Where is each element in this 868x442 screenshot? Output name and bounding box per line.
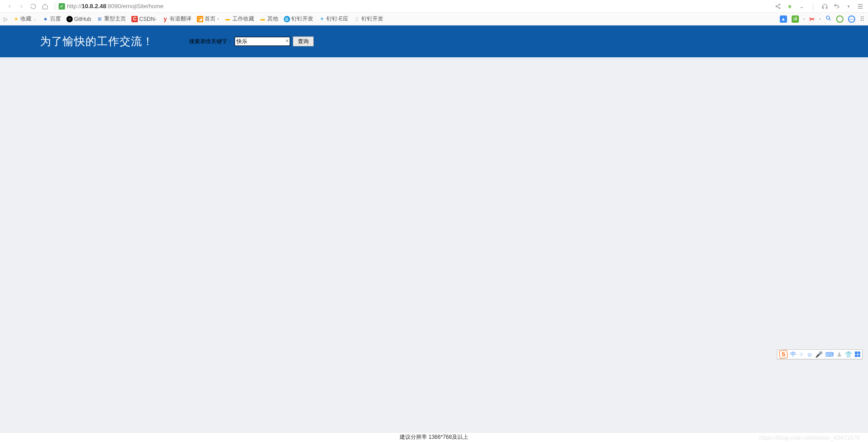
bookmark-dingtalk-dev-2[interactable]: ▯ 钉钉开发	[354, 15, 383, 23]
svg-rect-5	[823, 7, 823, 9]
back-button[interactable]	[5, 1, 15, 11]
bookmark-label: GitHub	[74, 16, 91, 22]
star-icon: ★	[13, 16, 19, 22]
file-icon: ▯	[354, 16, 360, 22]
footer-text: 建议分辨率 1366*768及以上	[400, 433, 468, 441]
browser-right-controls: e ⌄ ▾	[774, 2, 864, 10]
ime-punct-icon[interactable]: ⁘	[799, 351, 804, 358]
bookmark-youdao[interactable]: y 有道翻译	[162, 15, 191, 23]
separator	[813, 3, 813, 10]
tool-triangle-icon[interactable]: ▲	[780, 15, 787, 23]
paw-icon: ♣	[42, 16, 49, 22]
search-button[interactable]: 查询	[293, 36, 314, 46]
menu-icon[interactable]	[856, 2, 864, 10]
bookmark-csdn[interactable]: C CSDN-	[131, 16, 156, 22]
bookmark-label: 钉钉开发	[291, 15, 313, 23]
youdao-icon: y	[162, 16, 168, 22]
bookmark-label: 重型主页	[104, 15, 126, 23]
url-host: 10.8.2.48	[82, 3, 106, 10]
bookmark-dingtalk-dev-1[interactable]: ◍ 钉钉开发	[284, 15, 313, 23]
svg-point-1	[776, 5, 777, 6]
page-title: 为了愉快的工作交流！	[40, 34, 154, 49]
ime-emoji-icon[interactable]: ☺	[807, 351, 813, 358]
ime-mic-icon[interactable]: 🎤	[815, 351, 823, 358]
bookmark-expand-icon[interactable]: ▷	[4, 16, 10, 22]
shield-icon: ✔	[59, 3, 65, 10]
url-display[interactable]: http://10.8.2.48:8090/emojiSite/home	[67, 3, 164, 10]
search-area: 搜索表情关键字： × 查询	[189, 36, 314, 46]
bookmark-favorites[interactable]: ★ 收藏 ⌄	[13, 15, 37, 23]
csdn-icon: C	[131, 16, 138, 22]
bookmark-label: 首页 -	[205, 15, 219, 23]
separator-dot: •	[803, 17, 805, 21]
tool-minimize-icon[interactable]: —	[848, 15, 855, 23]
page-header: 为了愉快的工作交流！ 搜索表情关键字： × 查询	[0, 25, 868, 59]
bookmark-label: 工作收藏	[232, 15, 254, 23]
bookmark-dingtalk-e[interactable]: ✈ 钉钉-E应	[319, 15, 348, 23]
plane-icon: ✈	[319, 16, 325, 22]
ie-icon[interactable]: e	[786, 2, 794, 10]
bookmark-label: 有道翻译	[170, 15, 191, 23]
ime-toolbar[interactable]: S 中 ⁘ ☺ 🎤 ⌨ ♟ 👕	[777, 349, 863, 359]
reload-button[interactable]	[28, 1, 38, 11]
undo-dropdown-icon[interactable]: ▾	[844, 2, 853, 10]
ime-settings-icon[interactable]	[855, 352, 860, 357]
home-button[interactable]	[40, 1, 50, 11]
share-icon[interactable]	[774, 2, 782, 10]
browser-nav-bar: ✔ http://10.8.2.48:8090/emojiSite/home e…	[0, 0, 868, 13]
search-label: 搜索表情关键字：	[189, 38, 233, 45]
url-prefix: http://	[67, 3, 82, 10]
ime-skin-icon[interactable]: 👕	[845, 351, 852, 358]
tool-apps-icon[interactable]: ⠿	[860, 15, 864, 23]
folder-icon: ▬	[225, 16, 231, 22]
tool-green-circle-icon[interactable]	[836, 15, 843, 23]
tool-scissors-icon[interactable]: ✂	[809, 15, 815, 23]
svg-line-3	[777, 5, 779, 6]
bookmark-right-tools: ▲ 译 • ✂ • — ⠿	[780, 15, 864, 23]
chevron-down-icon: ⌄	[33, 17, 37, 21]
ime-lang-label[interactable]: 中	[790, 350, 796, 358]
folder-icon: ▬	[260, 16, 266, 22]
tool-search-icon[interactable]	[825, 15, 832, 23]
svg-point-0	[779, 4, 780, 5]
bookmark-bar: ▷ ★ 收藏 ⌄ ♣ 百度 ○ GitHub ⊞ 重型主页 C CSDN- y …	[0, 13, 868, 25]
svg-line-4	[777, 6, 779, 8]
github-icon: ○	[66, 16, 73, 22]
separator-dot: •	[819, 17, 821, 21]
bookmark-label: 钉钉开发	[361, 15, 383, 23]
bookmark-label: 钉钉-E应	[326, 15, 348, 23]
grid-icon: ⊞	[96, 16, 103, 22]
watermark-text: https://blog.csdn.net/weixin_43471578	[759, 434, 860, 441]
globe-icon: ◍	[284, 16, 290, 22]
bookmark-label: 其他	[267, 15, 278, 23]
tool-translate-icon[interactable]: 译	[792, 15, 799, 23]
url-path: :8090/emojiSite/home	[106, 3, 164, 10]
ime-user-icon[interactable]: ♟	[837, 351, 842, 358]
undo-icon[interactable]	[833, 2, 841, 10]
search-input[interactable]	[235, 37, 290, 46]
bookmark-home-page[interactable]: ◪ 首页 -	[197, 15, 219, 23]
svg-rect-6	[826, 7, 827, 9]
separator	[55, 3, 55, 10]
ime-keyboard-icon[interactable]: ⌨	[825, 351, 834, 358]
sogou-logo-icon[interactable]: S	[779, 350, 788, 359]
home-square-icon: ◪	[197, 16, 203, 22]
footer-bar: 建议分辨率 1366*768及以上	[0, 432, 868, 442]
bookmark-label: CSDN-	[139, 16, 156, 22]
bookmark-github[interactable]: ○ GitHub	[66, 16, 91, 22]
bookmark-baidu[interactable]: ♣ 百度	[42, 15, 61, 23]
bookmark-work-fav[interactable]: ▬ 工作收藏	[225, 15, 254, 23]
bookmark-label: 百度	[50, 15, 61, 23]
bookmark-heavy-home[interactable]: ⊞ 重型主页	[96, 15, 126, 23]
svg-point-2	[779, 7, 780, 8]
svg-line-11	[829, 19, 830, 20]
chevron-down-icon[interactable]: ⌄	[798, 2, 806, 10]
forward-button[interactable]	[16, 1, 26, 11]
bookmark-label: 收藏	[20, 15, 31, 23]
content-area	[0, 59, 868, 433]
headphones-icon[interactable]	[821, 2, 829, 10]
svg-point-10	[826, 16, 829, 19]
clear-input-icon[interactable]: ×	[286, 38, 289, 44]
bookmark-other[interactable]: ▬ 其他	[260, 15, 278, 23]
